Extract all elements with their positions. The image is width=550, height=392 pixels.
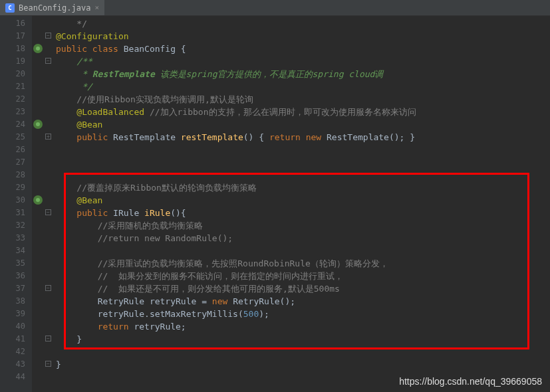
line-number: 24	[0, 118, 25, 131]
code-line[interactable]: /**	[56, 55, 550, 68]
line-number: 32	[0, 219, 25, 232]
line-number: 18	[0, 43, 25, 55]
code-line[interactable]: public RestTemplate restTemplate() { ret…	[56, 131, 550, 144]
code-line[interactable]: public class BeanConfig {	[56, 43, 550, 55]
code-line[interactable]: RetryRule retryRule = new RetryRule();	[56, 295, 550, 308]
code-line[interactable]: @Bean	[56, 194, 550, 207]
watermark-text: https://blog.csdn.net/qq_39669058	[399, 376, 542, 387]
line-number: 31	[0, 207, 25, 219]
close-icon[interactable]: ×	[94, 3, 99, 12]
code-line[interactable]: @LoadBalanced //加入ribbon的支持，那么在调用时，即可改为使…	[56, 106, 550, 118]
line-number: 36	[0, 270, 25, 282]
tab-bar: C BeanConfig.java ×	[0, 0, 550, 16]
code-line[interactable]: }	[56, 358, 550, 371]
code-line[interactable]: //采用重试的负载均衡策略，先按照RoundRobinRule（轮询）策略分发，	[56, 257, 550, 270]
code-line[interactable]	[56, 156, 550, 169]
line-number: 33	[0, 232, 25, 245]
code-line[interactable]: // 如果还是不可用，则分发给其他可用的服务,默认是500ms	[56, 282, 550, 295]
code-line[interactable]: @Configuration	[56, 30, 550, 43]
line-number: 29	[0, 181, 25, 194]
java-class-icon: C	[5, 3, 15, 13]
code-line[interactable]	[56, 169, 550, 181]
code-line[interactable]: }	[56, 333, 550, 345]
code-line[interactable]: @Bean	[56, 118, 550, 131]
code-line[interactable]: retryRule.setMaxRetryMillis(500);	[56, 308, 550, 320]
line-number: 44	[0, 371, 25, 383]
line-number: 38	[0, 295, 25, 308]
line-number: 21	[0, 80, 25, 93]
line-number: 37	[0, 282, 25, 295]
code-line[interactable]: //采用随机的负载均衡策略	[56, 219, 550, 232]
code-line[interactable]: //覆盖掉原来Ribbon默认的轮询负载均衡策略	[56, 181, 550, 194]
editor-tab[interactable]: C BeanConfig.java ×	[0, 0, 104, 15]
line-number: 43	[0, 358, 25, 371]
line-number: 42	[0, 345, 25, 358]
code-line[interactable]: //return new RandomRule();	[56, 232, 550, 245]
line-number: 28	[0, 169, 25, 181]
line-number: 41	[0, 333, 25, 345]
code-line[interactable]	[56, 144, 550, 156]
line-number: 17	[0, 30, 25, 43]
code-line[interactable]: public IRule iRule(){	[56, 207, 550, 219]
line-number: 27	[0, 156, 25, 169]
code-line[interactable]: * RestTemplate 该类是spring官方提供的，不是真正的sprin…	[56, 68, 550, 80]
code-area[interactable]: */@Configurationpublic class BeanConfig …	[32, 16, 550, 392]
line-number: 26	[0, 144, 25, 156]
code-line[interactable]: //使用Ribbon实现负载均衡调用,默认是轮询	[56, 93, 550, 106]
code-line[interactable]: // 如果分发到的服务不能访问，则在指定的时间内进行重试，	[56, 270, 550, 282]
code-line[interactable]	[56, 245, 550, 257]
line-number: 25	[0, 131, 25, 144]
code-line[interactable]	[56, 345, 550, 358]
code-line[interactable]: */	[56, 17, 550, 30]
line-number: 22	[0, 93, 25, 106]
line-number: 40	[0, 320, 25, 333]
line-number: 16	[0, 17, 25, 30]
code-line[interactable]: */	[56, 80, 550, 93]
line-number: 39	[0, 308, 25, 320]
line-number: 23	[0, 106, 25, 118]
line-number: 35	[0, 257, 25, 270]
line-number: 19	[0, 55, 25, 68]
line-number: 34	[0, 245, 25, 257]
code-editor[interactable]: 1617181920212223242526272829303132333435…	[0, 16, 550, 392]
line-number-gutter: 1617181920212223242526272829303132333435…	[0, 16, 32, 392]
line-number: 20	[0, 68, 25, 80]
line-number: 30	[0, 194, 25, 207]
code-line[interactable]: return retryRule;	[56, 320, 550, 333]
tab-filename: BeanConfig.java	[19, 3, 90, 13]
